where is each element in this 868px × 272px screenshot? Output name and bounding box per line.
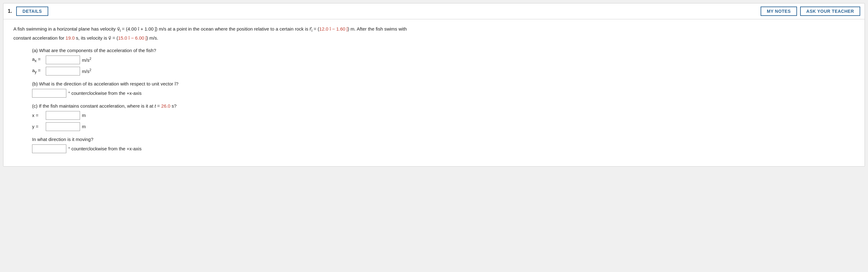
ax-input-row: ax = m/s2 [32,56,857,64]
b-input-row: ° counterclockwise from the +x-axis [32,89,857,98]
question-container: 1. DETAILS MY NOTES ASK YOUR TEACHER A f… [3,3,865,167]
page-wrapper: 1. DETAILS MY NOTES ASK YOUR TEACHER A f… [0,0,868,272]
part-a-section: (a) What are the components of the accel… [32,48,857,76]
part-c-t-value: 26.0 [161,103,170,109]
part-c-section: (c) If the fish maintains constant accel… [32,103,857,131]
problem-vf-value-pre: = ( [111,35,118,40]
d-input-row: ° counterclockwise from the +x-axis [32,144,857,153]
part-d-section: In what direction is it moving? ° counte… [32,137,857,153]
cx-label: x = [32,113,44,118]
d-angle-input[interactable] [32,144,66,153]
problem-ri-value-red: 12.0 î − 1.60 ĵ [319,26,347,31]
b-unit: ° counterclockwise from the +x-axis [68,90,142,96]
problem-text-before-vi: A fish swimming in a horizontal plane ha… [13,26,117,31]
top-bar-right: MY NOTES ASK YOUR TEACHER [761,6,860,16]
cy-unit: m [82,124,86,129]
question-body: A fish swimming in a horizontal plane ha… [3,19,865,166]
ask-teacher-button[interactable]: ASK YOUR TEACHER [800,6,860,16]
problem-ri-value-post: ) m. After the fish swims with [348,26,407,31]
part-d-label: In what direction is it moving? [32,137,857,142]
ax-input[interactable] [46,56,80,64]
part-c-label-start: (c) If the fish maintains constant accel… [32,103,155,109]
problem-ri-value-pre: = ( [312,26,319,31]
part-c-label-end: s? [170,103,177,109]
ri-vector-symbol: r⃗i [309,26,312,31]
problem-vf-value-post: ) m/s. [147,35,158,40]
part-c-label-mid: = [156,103,161,109]
vi-vector-symbol: v⃗i [117,26,121,31]
cx-input[interactable] [46,111,80,120]
top-bar-left: 1. DETAILS [8,6,48,16]
problem-vf-value-red: 15.0 î − 6.00 ĵ [118,35,146,40]
b-angle-input[interactable] [32,89,66,98]
part-b-section: (b) What is the direction of its acceler… [32,81,857,98]
ay-input[interactable] [46,67,80,76]
top-bar: 1. DETAILS MY NOTES ASK YOUR TEACHER [3,3,865,19]
details-button[interactable]: DETAILS [16,6,48,16]
my-notes-button[interactable]: MY NOTES [761,6,797,16]
cx-input-row: x = m [32,111,857,120]
cy-label: y = [32,124,44,129]
cy-input-row: y = m [32,122,857,131]
problem-vi-value: = (4.00 î + 1.00 ĵ) m/s at a point in th… [121,26,309,31]
part-a-label: (a) What are the components of the accel… [32,48,857,53]
cx-unit: m [82,113,86,118]
problem-line2-mid: s, its velocity is [75,35,108,40]
ay-label: ay = [32,68,44,74]
ax-label: ax = [32,56,44,63]
ax-unit: m/s2 [82,57,91,63]
cy-input[interactable] [46,122,80,131]
question-number: 1. [8,8,12,14]
part-b-label: (b) What is the direction of its acceler… [32,81,857,86]
vf-vector-symbol: v⃗ [108,35,111,40]
part-c-label: (c) If the fish maintains constant accel… [32,103,857,109]
d-unit: ° counterclockwise from the +x-axis [68,146,142,151]
problem-time-red: 19.0 [66,35,75,40]
problem-line2-start: constant acceleration for [13,35,66,40]
ay-input-row: ay = m/s2 [32,67,857,76]
ay-unit: m/s2 [82,68,91,74]
problem-statement: A fish swimming in a horizontal plane ha… [13,25,857,42]
